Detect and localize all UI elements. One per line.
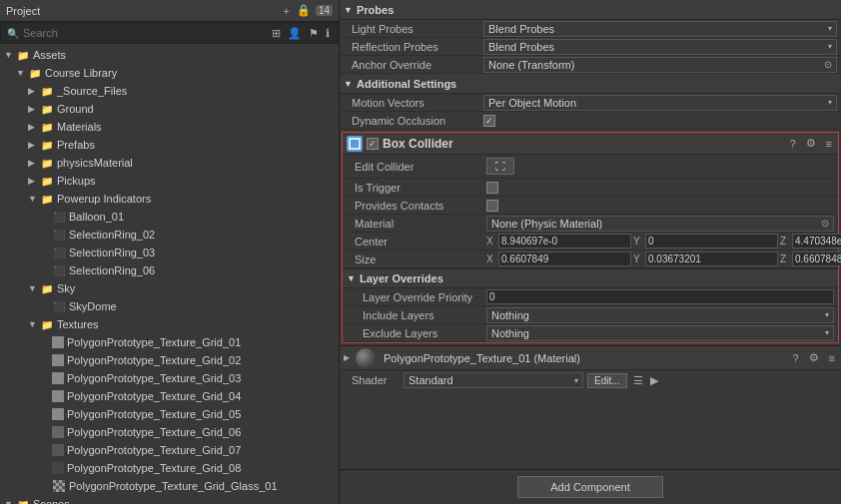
anchor-override-label: Anchor Override — [344, 59, 483, 71]
tree-item-pickups[interactable]: ▶ 📁 Pickups — [0, 172, 339, 190]
sky-label: Sky — [57, 282, 75, 294]
tree-item-scenes[interactable]: ▼ 📁 Scenes — [0, 495, 339, 504]
motion-vectors-dropdown[interactable]: Per Object Motion ▾ — [483, 95, 837, 111]
tree-item-course-lib[interactable]: ▼ 📁 Course Library — [0, 64, 339, 82]
dynamic-occlusion-checkbox[interactable] — [483, 115, 495, 127]
edit-collider-label: Edit Collider — [347, 161, 486, 173]
size-y-input[interactable] — [645, 252, 778, 266]
add-component-bar: Add Component — [340, 469, 841, 504]
provides-contacts-checkbox[interactable] — [486, 200, 498, 212]
powerup-icon: 📁 — [40, 192, 54, 206]
lock-icon-btn[interactable]: 🔒 — [295, 3, 313, 18]
size-label: Size — [347, 253, 486, 265]
shader-dropdown-arrow: ▾ — [574, 376, 578, 385]
tree-item-tex05[interactable]: PolygonPrototype_Texture_Grid_05 — [0, 405, 339, 423]
include-layers-arrow: ▾ — [825, 310, 829, 319]
tree-item-tex02[interactable]: PolygonPrototype_Texture_Grid_02 — [0, 351, 339, 369]
anchor-override-dropdown[interactable]: None (Transform) ⊙ — [483, 57, 837, 73]
anchor-circle-icon: ⊙ — [824, 59, 832, 70]
anchor-override-value: None (Transform) ⊙ — [483, 57, 837, 73]
tree-item-textures[interactable]: ▼ 📁 Textures — [0, 315, 339, 333]
person-icon[interactable]: 👤 — [286, 26, 304, 41]
material-help-button[interactable]: ? — [790, 352, 800, 364]
skydome-icon: ⬛ — [52, 299, 66, 313]
dynamic-occlusion-row: Dynamic Occlusion — [340, 112, 841, 130]
tree-item-powerup[interactable]: ▼ 📁 Powerup Indicators — [0, 190, 339, 208]
collider-material-dropdown[interactable]: None (Physic Material) ⊙ — [486, 216, 834, 232]
tree-item-assets[interactable]: ▼ 📁 Assets — [0, 46, 339, 64]
size-z-input[interactable] — [792, 252, 841, 266]
tree-item-ring03[interactable]: ⬛ SelectionRing_03 — [0, 244, 339, 261]
size-y-letter: Y — [633, 253, 643, 264]
shader-arrow-icon[interactable]: ▶ — [648, 374, 660, 387]
materials-icon: 📁 — [40, 120, 54, 134]
exclude-layers-row: Exclude Layers Nothing ▾ — [343, 324, 838, 342]
collider-settings-button[interactable]: ⚙ — [804, 137, 818, 150]
tree-item-physics-material[interactable]: ▶ 📁 physicsMaterial — [0, 154, 339, 172]
inspector-scroll: ▼ Probes Light Probes Blend Probes ▾ Ref… — [340, 0, 841, 469]
add-component-button[interactable]: Add Component — [517, 476, 663, 498]
tree-item-ring02[interactable]: ⬛ SelectionRing_02 — [0, 226, 339, 244]
info-icon[interactable]: ℹ — [324, 26, 332, 41]
collider-menu-button[interactable]: ≡ — [824, 138, 834, 150]
flag-icon[interactable]: ⚑ — [307, 26, 321, 41]
material-menu-button[interactable]: ≡ — [827, 352, 837, 364]
tree-item-tex-glass[interactable]: PolygonPrototype_Texture_Grid_Glass_01 — [0, 477, 339, 495]
tree-item-tex03[interactable]: PolygonPrototype_Texture_Grid_03 — [0, 369, 339, 387]
tree-item-tex04[interactable]: PolygonPrototype_Texture_Grid_04 — [0, 387, 339, 405]
shader-edit-button[interactable]: Edit... — [587, 373, 627, 388]
pickups-arrow: ▶ — [28, 176, 40, 186]
collider-help-button[interactable]: ? — [787, 138, 797, 150]
edit-collider-icon: ⛶ — [495, 161, 505, 172]
material-sphere-icon — [356, 348, 376, 368]
shader-list-icon[interactable]: ☰ — [631, 374, 645, 387]
tex06-label: PolygonPrototype_Texture_Grid_06 — [67, 426, 241, 438]
exclude-layers-label: Exclude Layers — [347, 327, 486, 339]
tree-item-skydome[interactable]: ⬛ SkyDome — [0, 297, 339, 315]
filter-icon[interactable]: ⊞ — [270, 26, 283, 41]
material-settings-button[interactable]: ⚙ — [807, 351, 821, 364]
center-x-input[interactable] — [498, 234, 631, 249]
size-z-field: Z — [780, 252, 841, 266]
center-row: Center X Y Z — [343, 233, 838, 251]
collider-material-circle-icon: ⊙ — [821, 218, 829, 229]
center-z-input[interactable] — [792, 234, 841, 249]
header-icons: + 🔒 14 — [281, 3, 333, 18]
tree-item-sky[interactable]: ▼ 📁 Sky — [0, 279, 339, 297]
is-trigger-checkbox[interactable] — [486, 182, 498, 194]
center-y-letter: Y — [633, 236, 643, 247]
include-layers-label: Include Layers — [347, 309, 486, 321]
tree-item-tex07[interactable]: PolygonPrototype_Texture_Grid_07 — [0, 441, 339, 459]
tree-item-tex01[interactable]: PolygonPrototype_Texture_Grid_01 — [0, 333, 339, 351]
shader-label: Shader — [344, 374, 404, 386]
edit-collider-button[interactable]: ⛶ — [486, 158, 514, 175]
tree-item-tex08[interactable]: PolygonPrototype_Texture_Grid_08 — [0, 459, 339, 477]
tree-item-materials[interactable]: ▶ 📁 Materials — [0, 118, 339, 136]
collider-material-text: None (Physic Material) — [491, 218, 602, 230]
center-x-letter: X — [486, 236, 496, 247]
size-x-input[interactable] — [498, 252, 631, 266]
tree-item-balloon[interactable]: ⬛ Balloon_01 — [0, 208, 339, 226]
search-input[interactable] — [23, 27, 266, 39]
tree-item-tex06[interactable]: PolygonPrototype_Texture_Grid_06 — [0, 423, 339, 441]
shader-dropdown[interactable]: Standard ▾ — [404, 372, 583, 388]
include-layers-dropdown[interactable]: Nothing ▾ — [486, 307, 834, 323]
tree-item-ground[interactable]: ▶ 📁 Ground — [0, 100, 339, 118]
exclude-layers-dropdown[interactable]: Nothing ▾ — [486, 325, 834, 341]
include-layers-value: Nothing ▾ — [486, 307, 834, 323]
create-button[interactable]: + — [281, 4, 291, 18]
tex01-icon — [52, 336, 64, 348]
tree-item-ring06[interactable]: ⬛ SelectionRing_06 — [0, 261, 339, 279]
center-y-input[interactable] — [645, 234, 778, 249]
motion-vectors-row: Motion Vectors Per Object Motion ▾ — [340, 94, 841, 112]
layer-override-priority-input[interactable] — [486, 289, 834, 304]
ground-icon: 📁 — [40, 102, 54, 116]
sky-arrow: ▼ — [28, 283, 40, 293]
tree-item-source-files[interactable]: ▶ 📁 _Source_Files — [0, 82, 339, 100]
tree-item-prefabs[interactable]: ▶ 📁 Prefabs — [0, 136, 339, 154]
collider-enable-checkbox[interactable]: ✓ — [367, 138, 379, 150]
search-icon: 🔍 — [7, 28, 19, 39]
reflection-probes-dropdown[interactable]: Blend Probes ▾ — [483, 39, 837, 55]
light-probes-dropdown[interactable]: Blend Probes ▾ — [483, 21, 837, 37]
include-layers-row: Include Layers Nothing ▾ — [343, 306, 838, 324]
